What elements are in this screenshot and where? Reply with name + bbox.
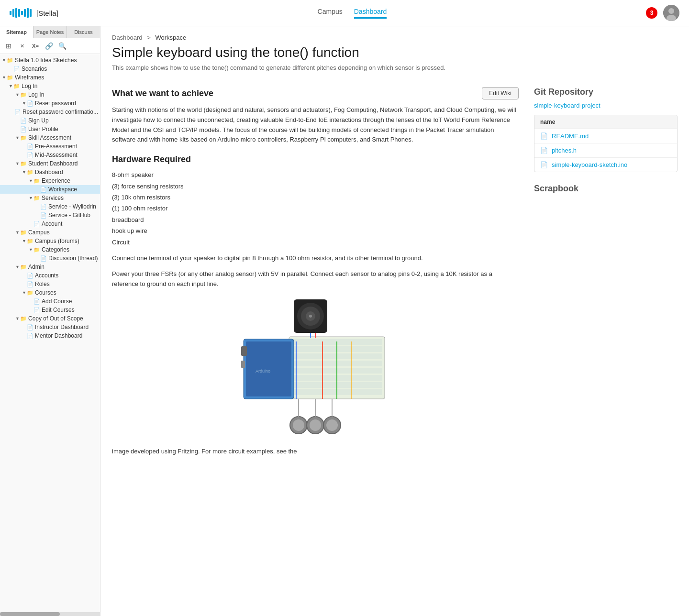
side-column: Git Repository simple-keyboard-project n… (534, 87, 678, 457)
sidebar-item-mentor-dashboard[interactable]: 📄 Mentor Dashboard (0, 331, 100, 340)
hardware-section-title: Hardware Required (112, 154, 519, 165)
grid-icon[interactable]: ⊞ (4, 41, 13, 51)
svg-text:Arduino: Arduino (256, 369, 270, 374)
sidebar-item-stella[interactable]: ▼ 📁 Stella 1.0 Idea Sketches (0, 56, 100, 65)
nav-dashboard[interactable]: Dashboard (354, 8, 387, 19)
file-link-readme[interactable]: README.md (552, 132, 589, 140)
sidebar-item-experience[interactable]: ▼ 📁 Experience (0, 176, 100, 185)
file-doc-icon-3: 📄 (540, 161, 548, 168)
content-divider (112, 83, 678, 83)
file-row-pitches: 📄 pitches.h (534, 143, 677, 158)
sidebar-item-workspace[interactable]: 📄 Workspace (0, 185, 100, 194)
sidebar-item-copy-out-of-scope[interactable]: ▼ 📁 Copy of Out of Scope (0, 314, 100, 323)
sidebar-item-courses[interactable]: ▼ 📁 Courses (0, 288, 100, 297)
svg-rect-1 (12, 9, 14, 17)
file-table: name 📄 README.md 📄 pitches.h 📄 simple-ke… (534, 115, 678, 172)
sidebar-item-discussion-thread[interactable]: 📄 Discussion (thread) (0, 254, 100, 263)
sidebar-item-add-course[interactable]: 📄 Add Course (0, 297, 100, 306)
file-table-header: name (534, 115, 677, 129)
image-caption: image developed using Fritzing. For more… (112, 447, 519, 457)
svg-rect-0 (10, 11, 11, 15)
avatar[interactable] (663, 5, 679, 21)
top-bar-left: [Stella] (10, 7, 58, 19)
sidebar-item-admin[interactable]: ▼ 📁 Admin (0, 263, 100, 271)
nav-campus[interactable]: Campus (318, 8, 343, 19)
hardware-list: 8-ohm speaker (3) force sensing resistor… (112, 169, 519, 248)
wiki-body: Starting with notions of the world (desi… (112, 105, 519, 145)
sidebar-item-skill-assessment[interactable]: ▼ 📁 Skill Assessment (0, 133, 100, 142)
top-nav: Campus Dashboard (318, 8, 387, 19)
sidebar-item-wireframes[interactable]: ▼ 📁 Wireframes (0, 73, 100, 82)
tab-discuss[interactable]: Discuss (67, 26, 100, 38)
sidebar-item-account[interactable]: 📄 Account (0, 220, 100, 228)
sidebar-item-user-profile[interactable]: 📄 User Profile (0, 125, 100, 133)
notification-badge[interactable]: 3 (646, 7, 657, 19)
svg-point-9 (668, 8, 674, 14)
page-subtitle: This example shows how to use the tone()… (100, 64, 689, 79)
sidebar-item-roles[interactable]: 📄 Roles (0, 280, 100, 288)
hardware-item-2: (3) 10k ohm resistors (112, 192, 519, 203)
breadcrumb-dashboard[interactable]: Dashboard (112, 34, 143, 41)
sidebar-item-reset-pw[interactable]: ▼ 📄 Reset password (0, 99, 100, 108)
para2: Power your three FSRs (or any other anal… (112, 269, 519, 289)
sidebar-item-service-wyliodrin[interactable]: 📄 Service - Wyliodrin (0, 202, 100, 211)
svg-point-37 (326, 419, 338, 431)
text-icon[interactable]: X= (31, 41, 40, 51)
sidebar-scrollbar[interactable] (0, 612, 100, 616)
svg-rect-28 (241, 346, 247, 356)
file-doc-icon-2: 📄 (540, 147, 548, 154)
sidebar-item-service-github[interactable]: 📄 Service - GitHub (0, 211, 100, 220)
sidebar-item-edit-courses[interactable]: 📄 Edit Courses (0, 306, 100, 314)
para1: Connect one terminal of your speaker to … (112, 253, 519, 264)
sidebar-item-services[interactable]: ▼ 📁 Services (0, 194, 100, 202)
file-row-sketch: 📄 simple-keyboard-sketch.ino (534, 158, 677, 172)
page-title: Simple keyboard using the tone() functio… (100, 43, 689, 64)
svg-rect-7 (30, 9, 32, 17)
sidebar-item-campus[interactable]: ▼ 📁 Campus (0, 228, 100, 237)
sidebar-item-login-page[interactable]: ▼ 📁 Log In (0, 90, 100, 99)
sidebar-item-scenarios[interactable]: 📄 Scenarios (0, 65, 100, 73)
sidebar-item-accounts[interactable]: 📄 Accounts (0, 271, 100, 280)
file-doc-icon: 📄 (540, 132, 548, 140)
scrapbook-title: Scrapbook (534, 184, 678, 194)
svg-point-35 (310, 419, 321, 431)
file-link-pitches[interactable]: pitches.h (552, 147, 577, 154)
main-layout: Sitemap Page Notes Discuss ⊞ ✕ X= 🔗 🔍 ▼ … (0, 26, 689, 616)
sidebar-item-pre-assessment[interactable]: 📄 Pre-Assessment (0, 142, 100, 151)
sidebar-item-categories[interactable]: ▼ 📁 Categories (0, 245, 100, 254)
tab-sitemap[interactable]: Sitemap (0, 26, 33, 38)
sidebar-item-signup[interactable]: 📄 Sign Up (0, 116, 100, 125)
git-repo-link[interactable]: simple-keyboard-project (534, 102, 678, 109)
edit-wiki-button[interactable]: Edit Wiki (482, 87, 519, 99)
circuit-diagram: Arduino (241, 298, 389, 437)
sidebar-tree: ▼ 📁 Stella 1.0 Idea Sketches 📄 Scenarios… (0, 54, 100, 612)
sidebar-item-campus-forums[interactable]: ▼ 📁 Campus (forums) (0, 237, 100, 245)
sidebar-item-student-dashboard[interactable]: ▼ 📁 Student Dashboard (0, 159, 100, 168)
search-icon[interactable]: 🔍 (57, 41, 67, 51)
top-bar: [Stella] Campus Dashboard 3 (0, 0, 689, 26)
breadcrumb: Dashboard > Workspace (100, 26, 689, 43)
hardware-item-5: hook up wire (112, 225, 519, 236)
wiki-header: What we want to achieve Edit Wiki (112, 87, 519, 99)
svg-point-15 (309, 315, 312, 318)
sidebar-item-mid-assessment[interactable]: 📄 Mid-Assessment (0, 151, 100, 159)
sidebar-item-instructor-dashboard[interactable]: 📄 Instructor Dashboard (0, 323, 100, 331)
cisco-logo: [Stella] (10, 7, 58, 19)
sidebar-toolbar: ⊞ ✕ X= 🔗 🔍 (0, 38, 100, 54)
sidebar-item-reset-pw-confirm[interactable]: 📄 Reset password confirmatio... (0, 108, 100, 116)
sidebar-item-login-folder[interactable]: ▼ 📁 Log In (0, 82, 100, 90)
file-link-sketch[interactable]: simple-keyboard-sketch.ino (552, 161, 627, 168)
hardware-item-6: Circuit (112, 237, 519, 248)
sidebar: Sitemap Page Notes Discuss ⊞ ✕ X= 🔗 🔍 ▼ … (0, 26, 100, 616)
svg-rect-29 (241, 361, 245, 368)
sidebar-item-dashboard[interactable]: ▼ 📁 Dashboard (0, 168, 100, 176)
link-icon[interactable]: 🔗 (44, 41, 54, 51)
cross-icon[interactable]: ✕ (17, 41, 27, 51)
hardware-item-0: 8-ohm speaker (112, 169, 519, 180)
top-bar-right: 3 (646, 5, 679, 21)
svg-rect-6 (27, 8, 29, 18)
hardware-item-4: breadboard (112, 214, 519, 225)
content-area: Dashboard > Workspace Simple keyboard us… (100, 26, 689, 616)
hardware-item-1: (3) force sensing resistors (112, 181, 519, 192)
tab-page-notes[interactable]: Page Notes (33, 26, 67, 38)
